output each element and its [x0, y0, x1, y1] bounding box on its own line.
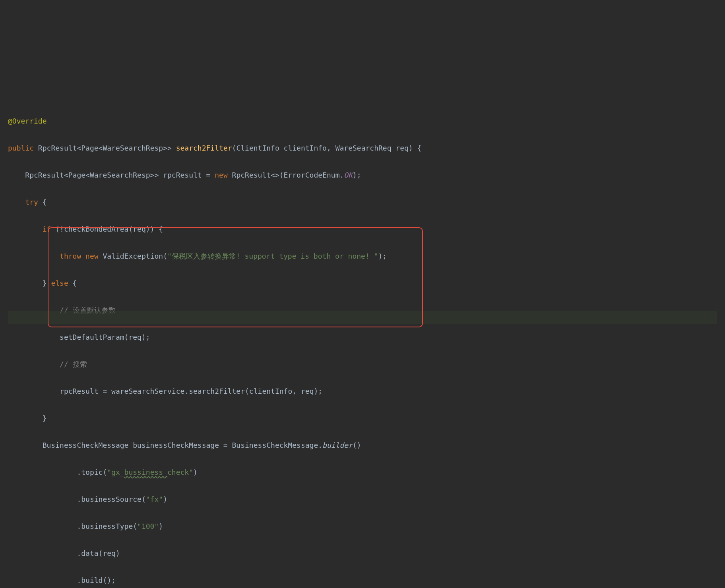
code-line: .build(); [8, 574, 717, 587]
code-line: // 搜索 [8, 358, 717, 371]
code-line: } } elseelse { [8, 277, 717, 290]
code-line: .topic("gx_bussiness_check") [8, 466, 717, 479]
code-line: if (!checkBondedArea(req)) { [8, 222, 717, 236]
code-line: @Override [8, 114, 717, 128]
code-line: // 设置默认参数 [8, 304, 717, 317]
code-line: .businessSource("fx") [8, 493, 717, 506]
code-line: throw new ValidException("保税区入参转换异常! sup… [8, 250, 717, 263]
code-line: } [8, 412, 717, 425]
code-line: .data(req) [8, 547, 717, 560]
code-line: setDefaultParam(req); [8, 331, 717, 344]
code-line: public RpcResult<Page<WareSearchResp>> s… [8, 141, 717, 155]
method-name: search2Filter [176, 144, 232, 152]
code-line: BusinessCheckMessage businessCheckMessag… [8, 439, 717, 452]
code-line: RpcResult<Page<WareSearchResp>> rpcResul… [8, 168, 717, 182]
annotation: @Override [8, 117, 47, 125]
code-line: .businessType("100") [8, 520, 717, 533]
code-line: try { [8, 195, 717, 209]
code-editor[interactable]: @Override public RpcResult<Page<WareSear… [8, 60, 717, 588]
code-line: rpcResult = wareSearchService.search2Fil… [8, 385, 717, 398]
